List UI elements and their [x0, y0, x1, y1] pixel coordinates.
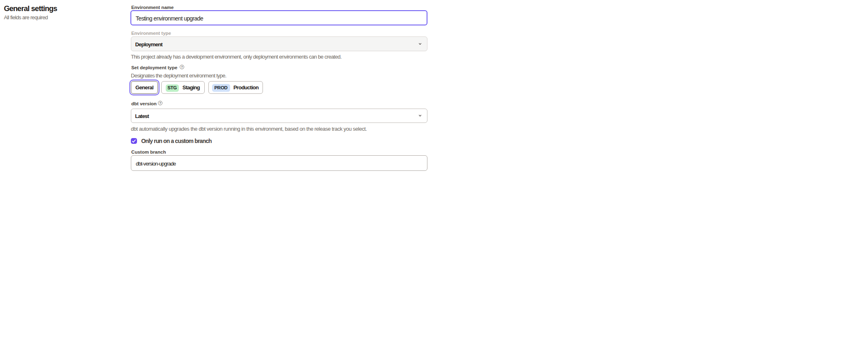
svg-text:?: ? [181, 65, 183, 69]
svg-text:?: ? [159, 101, 161, 105]
